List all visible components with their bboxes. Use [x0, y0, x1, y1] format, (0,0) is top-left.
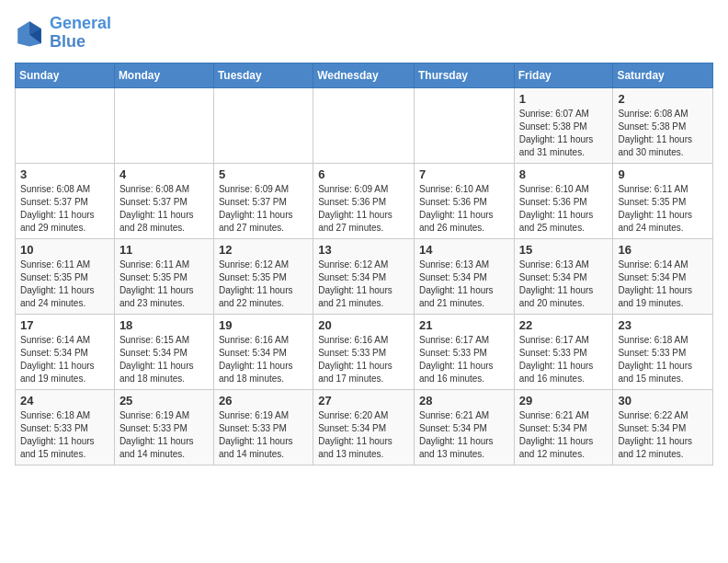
- calendar-cell: 7Sunrise: 6:10 AM Sunset: 5:36 PM Daylig…: [414, 163, 514, 238]
- day-number: 18: [119, 318, 209, 332]
- calendar-cell: 3Sunrise: 6:08 AM Sunset: 5:37 PM Daylig…: [16, 163, 115, 238]
- calendar-cell: 17Sunrise: 6:14 AM Sunset: 5:34 PM Dayli…: [16, 314, 115, 389]
- day-info: Sunrise: 6:09 AM Sunset: 5:36 PM Dayligh…: [318, 183, 409, 235]
- calendar-cell: 2Sunrise: 6:08 AM Sunset: 5:38 PM Daylig…: [613, 87, 713, 163]
- day-info: Sunrise: 6:07 AM Sunset: 5:38 PM Dayligh…: [519, 108, 609, 159]
- day-number: 25: [119, 394, 209, 408]
- day-info: Sunrise: 6:11 AM Sunset: 5:35 PM Dayligh…: [119, 259, 209, 310]
- day-number: 12: [219, 243, 308, 257]
- calendar-week-row: 3Sunrise: 6:08 AM Sunset: 5:37 PM Daylig…: [16, 163, 713, 238]
- calendar-cell: [213, 87, 313, 163]
- day-number: 6: [318, 167, 409, 181]
- day-info: Sunrise: 6:08 AM Sunset: 5:37 PM Dayligh…: [20, 183, 109, 235]
- calendar-cell: 4Sunrise: 6:08 AM Sunset: 5:37 PM Daylig…: [114, 163, 213, 238]
- day-info: Sunrise: 6:13 AM Sunset: 5:34 PM Dayligh…: [519, 259, 609, 310]
- day-number: 4: [119, 167, 209, 181]
- logo-icon: [15, 18, 44, 48]
- day-info: Sunrise: 6:21 AM Sunset: 5:34 PM Dayligh…: [419, 409, 509, 461]
- calendar-cell: 30Sunrise: 6:22 AM Sunset: 5:34 PM Dayli…: [613, 389, 713, 465]
- day-number: 22: [519, 318, 609, 332]
- day-number: 29: [519, 394, 609, 408]
- calendar-cell: 13Sunrise: 6:12 AM Sunset: 5:34 PM Dayli…: [313, 238, 415, 314]
- day-info: Sunrise: 6:17 AM Sunset: 5:33 PM Dayligh…: [419, 334, 509, 385]
- calendar-cell: [114, 87, 213, 163]
- column-header-saturday: Saturday: [613, 63, 713, 87]
- calendar-cell: [414, 87, 514, 163]
- column-header-sunday: Sunday: [16, 63, 115, 87]
- day-info: Sunrise: 6:22 AM Sunset: 5:34 PM Dayligh…: [618, 409, 708, 461]
- day-info: Sunrise: 6:16 AM Sunset: 5:34 PM Dayligh…: [219, 334, 308, 385]
- day-info: Sunrise: 6:13 AM Sunset: 5:34 PM Dayligh…: [419, 259, 509, 310]
- day-number: 7: [419, 167, 509, 181]
- day-number: 1: [519, 92, 609, 106]
- day-number: 23: [618, 318, 708, 332]
- day-info: Sunrise: 6:08 AM Sunset: 5:37 PM Dayligh…: [119, 183, 209, 235]
- day-info: Sunrise: 6:19 AM Sunset: 5:33 PM Dayligh…: [119, 409, 209, 461]
- day-info: Sunrise: 6:20 AM Sunset: 5:34 PM Dayligh…: [318, 409, 409, 461]
- calendar-week-row: 17Sunrise: 6:14 AM Sunset: 5:34 PM Dayli…: [16, 314, 713, 389]
- day-number: 14: [419, 243, 509, 257]
- calendar-cell: 8Sunrise: 6:10 AM Sunset: 5:36 PM Daylig…: [514, 163, 613, 238]
- calendar-cell: 6Sunrise: 6:09 AM Sunset: 5:36 PM Daylig…: [313, 163, 415, 238]
- logo: General Blue: [15, 15, 111, 52]
- day-number: 16: [618, 243, 708, 257]
- calendar-cell: [313, 87, 415, 163]
- calendar-week-row: 24Sunrise: 6:18 AM Sunset: 5:33 PM Dayli…: [16, 389, 713, 465]
- day-number: 3: [20, 167, 109, 181]
- calendar-cell: 11Sunrise: 6:11 AM Sunset: 5:35 PM Dayli…: [114, 238, 213, 314]
- calendar-table: SundayMondayTuesdayWednesdayThursdayFrid…: [15, 63, 713, 465]
- calendar-cell: 19Sunrise: 6:16 AM Sunset: 5:34 PM Dayli…: [213, 314, 313, 389]
- day-number: 9: [618, 167, 708, 181]
- day-info: Sunrise: 6:10 AM Sunset: 5:36 PM Dayligh…: [519, 183, 609, 235]
- day-info: Sunrise: 6:15 AM Sunset: 5:34 PM Dayligh…: [119, 334, 209, 385]
- calendar-cell: 5Sunrise: 6:09 AM Sunset: 5:37 PM Daylig…: [213, 163, 313, 238]
- day-info: Sunrise: 6:16 AM Sunset: 5:33 PM Dayligh…: [318, 334, 409, 385]
- calendar-cell: 23Sunrise: 6:18 AM Sunset: 5:33 PM Dayli…: [613, 314, 713, 389]
- day-number: 28: [419, 394, 509, 408]
- column-header-thursday: Thursday: [414, 63, 514, 87]
- column-header-monday: Monday: [114, 63, 213, 87]
- day-number: 8: [519, 167, 609, 181]
- day-number: 20: [318, 318, 409, 332]
- day-number: 26: [219, 394, 308, 408]
- calendar-cell: 25Sunrise: 6:19 AM Sunset: 5:33 PM Dayli…: [114, 389, 213, 465]
- calendar-cell: 20Sunrise: 6:16 AM Sunset: 5:33 PM Dayli…: [313, 314, 415, 389]
- day-number: 19: [219, 318, 308, 332]
- calendar-cell: 21Sunrise: 6:17 AM Sunset: 5:33 PM Dayli…: [414, 314, 514, 389]
- day-info: Sunrise: 6:10 AM Sunset: 5:36 PM Dayligh…: [419, 183, 509, 235]
- day-info: Sunrise: 6:08 AM Sunset: 5:38 PM Dayligh…: [618, 108, 708, 159]
- day-info: Sunrise: 6:12 AM Sunset: 5:35 PM Dayligh…: [219, 259, 308, 310]
- calendar-cell: 14Sunrise: 6:13 AM Sunset: 5:34 PM Dayli…: [414, 238, 514, 314]
- calendar-cell: 26Sunrise: 6:19 AM Sunset: 5:33 PM Dayli…: [213, 389, 313, 465]
- day-number: 15: [519, 243, 609, 257]
- day-number: 27: [318, 394, 409, 408]
- calendar-cell: 15Sunrise: 6:13 AM Sunset: 5:34 PM Dayli…: [514, 238, 613, 314]
- calendar-cell: 28Sunrise: 6:21 AM Sunset: 5:34 PM Dayli…: [414, 389, 514, 465]
- day-info: Sunrise: 6:17 AM Sunset: 5:33 PM Dayligh…: [519, 334, 609, 385]
- day-number: 30: [618, 394, 708, 408]
- calendar-cell: 9Sunrise: 6:11 AM Sunset: 5:35 PM Daylig…: [613, 163, 713, 238]
- column-header-friday: Friday: [514, 63, 613, 87]
- day-number: 11: [119, 243, 209, 257]
- day-number: 24: [20, 394, 109, 408]
- day-info: Sunrise: 6:14 AM Sunset: 5:34 PM Dayligh…: [618, 259, 708, 310]
- calendar-cell: 27Sunrise: 6:20 AM Sunset: 5:34 PM Dayli…: [313, 389, 415, 465]
- day-info: Sunrise: 6:18 AM Sunset: 5:33 PM Dayligh…: [20, 409, 109, 461]
- calendar-week-row: 1Sunrise: 6:07 AM Sunset: 5:38 PM Daylig…: [16, 87, 713, 163]
- calendar-week-row: 10Sunrise: 6:11 AM Sunset: 5:35 PM Dayli…: [16, 238, 713, 314]
- calendar-cell: 10Sunrise: 6:11 AM Sunset: 5:35 PM Dayli…: [16, 238, 115, 314]
- calendar-cell: 12Sunrise: 6:12 AM Sunset: 5:35 PM Dayli…: [213, 238, 313, 314]
- day-number: 13: [318, 243, 409, 257]
- day-info: Sunrise: 6:11 AM Sunset: 5:35 PM Dayligh…: [20, 259, 109, 310]
- calendar-cell: 22Sunrise: 6:17 AM Sunset: 5:33 PM Dayli…: [514, 314, 613, 389]
- column-header-tuesday: Tuesday: [213, 63, 313, 87]
- calendar-header-row: SundayMondayTuesdayWednesdayThursdayFrid…: [16, 63, 713, 87]
- calendar-cell: 29Sunrise: 6:21 AM Sunset: 5:34 PM Dayli…: [514, 389, 613, 465]
- day-number: 5: [219, 167, 308, 181]
- column-header-wednesday: Wednesday: [313, 63, 415, 87]
- day-info: Sunrise: 6:21 AM Sunset: 5:34 PM Dayligh…: [519, 409, 609, 461]
- day-info: Sunrise: 6:19 AM Sunset: 5:33 PM Dayligh…: [219, 409, 308, 461]
- calendar-cell: 24Sunrise: 6:18 AM Sunset: 5:33 PM Dayli…: [16, 389, 115, 465]
- calendar-cell: 16Sunrise: 6:14 AM Sunset: 5:34 PM Dayli…: [613, 238, 713, 314]
- day-info: Sunrise: 6:11 AM Sunset: 5:35 PM Dayligh…: [618, 183, 708, 235]
